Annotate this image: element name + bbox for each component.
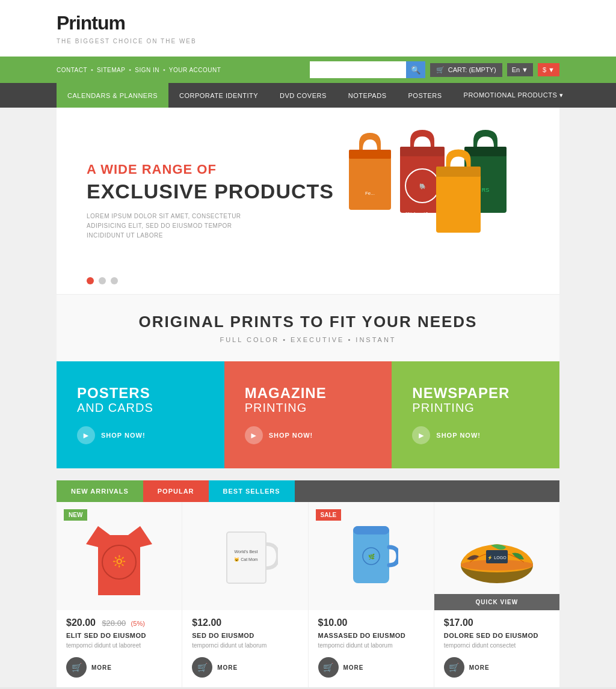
cart-label: CART: (EMPTY) bbox=[448, 66, 496, 73]
category-magazine: MAGAZINE PRINTING ► SHOP NOW! bbox=[224, 361, 392, 468]
product-grid: NEW 🔆 $20.00 $28.00 (5%) ELIT SED DO EIU… bbox=[57, 502, 559, 687]
shop-now-newspaper[interactable]: ► SHOP NOW! bbox=[412, 426, 539, 444]
product-desc-1: tempornci didunt ut laboreet bbox=[66, 642, 172, 650]
tab-popular[interactable]: POPULAR bbox=[143, 480, 209, 502]
product-name-2: SED DO EIUSMOD bbox=[192, 632, 298, 639]
cat-title-magazine: MAGAZINE PRINTING bbox=[245, 385, 372, 414]
nav-notepads[interactable]: NOTEPADS bbox=[337, 83, 398, 108]
add-to-cart-4[interactable]: 🛒 MORE bbox=[444, 657, 490, 678]
more-label-1: MORE bbox=[91, 664, 112, 671]
svg-text:⚡ LOGO: ⚡ LOGO bbox=[487, 555, 507, 560]
cart-icon-2: 🛒 bbox=[192, 657, 212, 678]
logo-area: Printum THE BIGGEST CHOICE ON THE WEB bbox=[0, 0, 616, 57]
hero-content: A WIDE RANGE OF EXCLUSIVE PRODUCTS LOREM… bbox=[57, 138, 559, 265]
currency-label: $ bbox=[543, 66, 546, 73]
dot-2[interactable] bbox=[99, 277, 106, 284]
hero-description: LOREM IPSUM DOLOR SIT AMET, CONSECTETUR … bbox=[87, 212, 243, 240]
cat-subtitle-magazine: PRINTING bbox=[245, 401, 372, 414]
cart-button[interactable]: 🛒 CART: (EMPTY) bbox=[430, 63, 502, 77]
shop-now-magazine[interactable]: ► SHOP NOW! bbox=[245, 426, 372, 444]
nav-posters[interactable]: POSTERS bbox=[397, 83, 452, 108]
more-label-4: MORE bbox=[469, 664, 490, 671]
product-image-hat: ⚡ LOGO QUICK VIEW bbox=[434, 502, 559, 610]
product-tabs: NEW ARRIVALS POPULAR BEST SELLERS bbox=[57, 480, 559, 502]
product-desc-3: tempornci didunt ut laborum bbox=[318, 642, 424, 650]
account-link[interactable]: YOUR ACCOUNT bbox=[169, 67, 221, 73]
svg-text:🐱 Cat Mom: 🐱 Cat Mom bbox=[235, 557, 259, 562]
top-nav: CONTACT • SITEMAP • SIGN IN • YOUR ACCOU… bbox=[57, 66, 221, 73]
nav-corporate[interactable]: CORPORATE IDENTITY bbox=[168, 83, 269, 108]
sitemap-link[interactable]: SITEMAP bbox=[97, 67, 125, 73]
product-price-old-1: $28.00 bbox=[102, 619, 126, 628]
hero-banner: A WIDE RANGE OF EXCLUSIVE PRODUCTS LOREM… bbox=[57, 108, 559, 294]
product-price-4: $17.00 bbox=[444, 617, 473, 628]
shop-now-posters[interactable]: ► SHOP NOW! bbox=[77, 426, 204, 444]
tab-new-arrivals[interactable]: NEW ARRIVALS bbox=[57, 480, 143, 502]
cart-icon: 🛒 bbox=[436, 66, 445, 74]
product-info-4: $17.00 DOLORE SED DO EIUSMOD tempornci d… bbox=[434, 610, 559, 650]
svg-text:🔆: 🔆 bbox=[112, 555, 126, 568]
product-price-1: $20.00 bbox=[66, 617, 96, 628]
language-selector[interactable]: En ▼ bbox=[507, 63, 533, 76]
hero-subtitle: A WIDE RANGE OF bbox=[87, 162, 529, 177]
quick-view-button[interactable]: QUICK VIEW bbox=[434, 594, 559, 610]
tab-best-sellers[interactable]: BEST SELLERS bbox=[209, 480, 295, 502]
product-section: NEW ARRIVALS POPULAR BEST SELLERS NEW 🔆 … bbox=[57, 480, 559, 687]
search-button[interactable]: 🔍 bbox=[406, 61, 425, 78]
product-price-2: $12.00 bbox=[192, 617, 221, 628]
chevron-down-icon: ▼ bbox=[548, 66, 555, 73]
main-nav: CALENDARS & PLANNERS CORPORATE IDENTITY … bbox=[0, 83, 616, 108]
product-name-1: ELIT SED DO EIUSMOD bbox=[66, 632, 172, 639]
more-label-3: MORE bbox=[343, 664, 364, 671]
contact-link[interactable]: CONTACT bbox=[57, 67, 87, 73]
nav-dvd[interactable]: DVD COVERS bbox=[269, 83, 337, 108]
product-info-2: $12.00 SED DO EIUSMOD tempornci didunt u… bbox=[182, 610, 307, 650]
logo-name: Printum bbox=[57, 12, 197, 34]
svg-text:World's Best: World's Best bbox=[235, 550, 258, 554]
shop-now-label-newspaper: SHOP NOW! bbox=[436, 432, 481, 439]
nav-promotional[interactable]: PROMOTIONAL PRODUCTS ▾ bbox=[453, 83, 574, 108]
shop-now-icon-magazine: ► bbox=[245, 426, 263, 444]
product-discount-1: (5%) bbox=[131, 620, 145, 627]
currency-selector[interactable]: $ ▼ bbox=[538, 63, 559, 76]
search-input[interactable] bbox=[310, 61, 406, 78]
product-desc-2: tempornci didunt ut laborum bbox=[192, 642, 298, 650]
product-info-3: $10.00 MASSASED DO EIUSMOD tempornci did… bbox=[309, 610, 434, 650]
badge-new: NEW bbox=[64, 509, 87, 521]
shop-now-icon-newspaper: ► bbox=[412, 426, 430, 444]
cart-icon-1: 🛒 bbox=[66, 657, 87, 678]
section-tagline: ORIGINAL PRINTS TO FIT YOUR NEEDS FULL C… bbox=[57, 294, 559, 361]
more-label-2: MORE bbox=[217, 664, 238, 671]
shop-now-label-magazine: SHOP NOW! bbox=[269, 432, 313, 439]
dot-1[interactable] bbox=[87, 277, 94, 284]
shop-now-icon-posters: ► bbox=[77, 426, 95, 444]
svg-text:🌿: 🌿 bbox=[368, 553, 375, 560]
cart-icon-4: 🛒 bbox=[444, 657, 464, 678]
category-cards: POSTERS AND CARDS ► SHOP NOW! MAGAZINE P… bbox=[57, 361, 559, 468]
product-card-1: NEW 🔆 $20.00 $28.00 (5%) ELIT SED DO EIU… bbox=[57, 502, 182, 687]
add-to-cart-1[interactable]: 🛒 MORE bbox=[66, 657, 112, 678]
shop-now-label-posters: SHOP NOW! bbox=[101, 432, 146, 439]
top-right: 🔍 🛒 CART: (EMPTY) En ▼ $ ▼ bbox=[310, 61, 559, 78]
add-to-cart-2[interactable]: 🛒 MORE bbox=[192, 657, 238, 678]
search-box: 🔍 bbox=[310, 61, 425, 78]
cat-title-newspaper: NEWSPAPER PRINTING bbox=[412, 385, 539, 414]
hero-dots bbox=[87, 277, 118, 284]
logo-tagline: THE BIGGEST CHOICE ON THE WEB bbox=[57, 38, 197, 44]
badge-sale: SALE bbox=[316, 509, 342, 521]
product-image-mug: World's Best 🐱 Cat Mom bbox=[182, 502, 307, 610]
category-posters: POSTERS AND CARDS ► SHOP NOW! bbox=[57, 361, 224, 468]
nav-calendars[interactable]: CALENDARS & PLANNERS bbox=[57, 83, 168, 108]
dot-3[interactable] bbox=[111, 277, 118, 284]
hero-title: EXCLUSIVE PRODUCTS bbox=[87, 180, 529, 203]
lang-label: En bbox=[512, 66, 520, 73]
category-newspaper: NEWSPAPER PRINTING ► SHOP NOW! bbox=[392, 361, 559, 468]
cat-subtitle-posters: AND CARDS bbox=[77, 401, 204, 414]
product-name-4: DOLORE SED DO EIUSMOD bbox=[444, 632, 550, 639]
product-name-3: MASSASED DO EIUSMOD bbox=[318, 632, 424, 639]
signin-link[interactable]: SIGN IN bbox=[135, 67, 159, 73]
cart-icon-3: 🛒 bbox=[318, 657, 339, 678]
product-card-3: SALE 🌿 $10.00 MASSASED DO EIUSMOD bbox=[309, 502, 434, 687]
product-card-4: ⚡ LOGO QUICK VIEW $17.00 DOLORE SED DO E… bbox=[434, 502, 559, 687]
add-to-cart-3[interactable]: 🛒 MORE bbox=[318, 657, 364, 678]
